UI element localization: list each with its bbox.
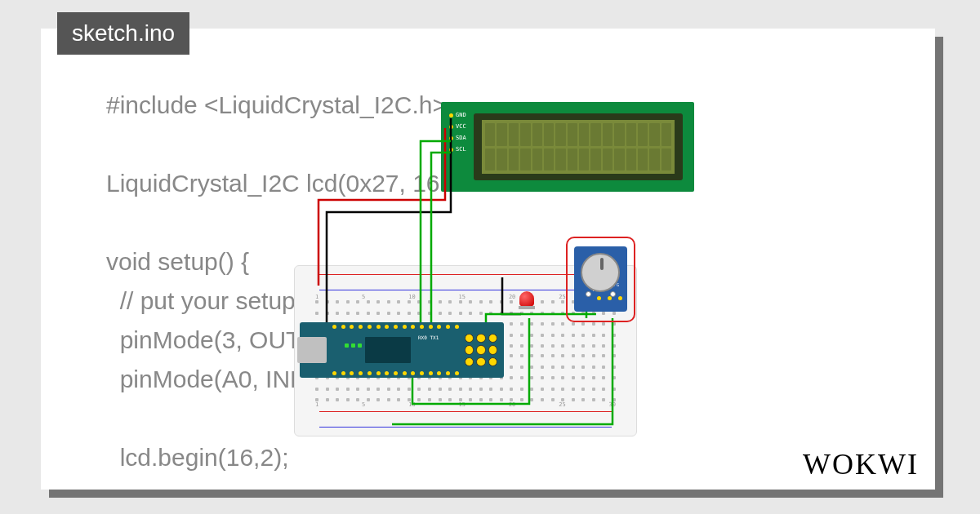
- nano-pins-bottom: [332, 371, 459, 375]
- nano-silk-label: RX0 TX1: [418, 335, 439, 340]
- circuit-canvas[interactable]: GND VCC SDA SCL 151015202530 15101520253…: [294, 102, 751, 445]
- pot-knob[interactable]: [581, 253, 620, 292]
- nano-mcu-chip: [365, 337, 411, 363]
- red-led-component[interactable]: [519, 291, 534, 314]
- editor-card: #include <LiquidCrystal_I2C.h> LiquidCry…: [41, 29, 935, 490]
- nano-status-leds: [345, 343, 362, 348]
- lcd-1602-component[interactable]: GND VCC SDA SCL: [441, 102, 694, 192]
- nano-usb-port: [297, 337, 327, 363]
- nano-pins-top: [332, 325, 459, 329]
- led-bulb: [519, 291, 534, 306]
- breadboard-numbers-bottom: 151015202530: [315, 401, 616, 408]
- wokwi-logo: WOKWI: [803, 447, 919, 481]
- potentiometer-component[interactable]: GND SIG VCC: [566, 237, 635, 322]
- lcd-screen: [482, 120, 675, 174]
- nano-icsp-header: [465, 334, 497, 366]
- file-tab[interactable]: sketch.ino: [57, 12, 189, 55]
- power-rail-bottom: [303, 408, 628, 431]
- led-base: [519, 306, 535, 309]
- pot-pins: [597, 296, 622, 300]
- tab-filename: sketch.ino: [72, 20, 175, 46]
- lcd-pin-labels: GND VCC SDA SCL: [449, 112, 466, 153]
- arduino-nano-component[interactable]: RX0 TX1: [300, 322, 504, 378]
